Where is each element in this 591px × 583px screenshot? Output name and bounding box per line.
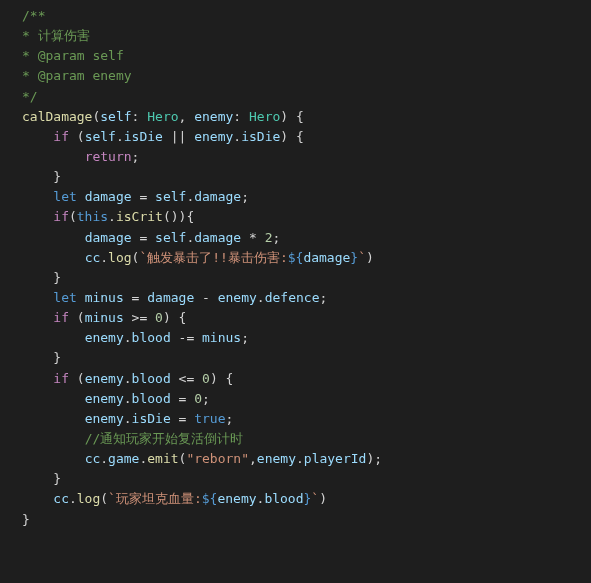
jsdoc-param-enemy: * @param enemy <box>22 68 132 83</box>
jsdoc-param-self: * @param self <box>22 48 124 63</box>
code-block: /** * 计算伤害 * @param self * @param enemy … <box>0 0 591 536</box>
jsdoc-open: /** <box>22 8 45 23</box>
jsdoc-close: */ <box>22 89 38 104</box>
inline-comment: //通知玩家开始复活倒计时 <box>85 431 244 446</box>
function-name: calDamage <box>22 109 92 124</box>
return-statement: return <box>85 149 132 164</box>
jsdoc-desc: * 计算伤害 <box>22 28 90 43</box>
